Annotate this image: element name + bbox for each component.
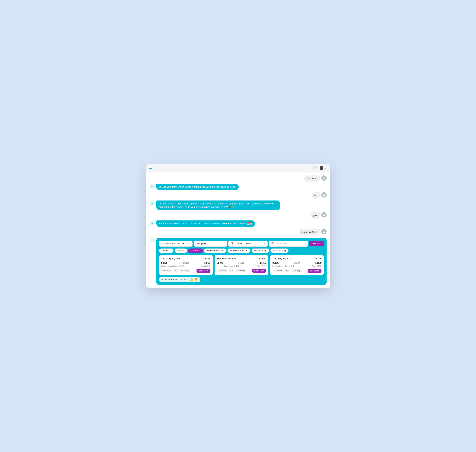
helpful-label: Is this information helpful ? — [162, 278, 189, 281]
result-2-date: Thu, May 30, 2024 — [217, 257, 236, 260]
bot-widget-row: ∞ 📅 30/05/2024 09:00 ✕ 📅 Arrival Date — [150, 237, 327, 285]
result-card-3: Thu, May 30, 2024 £11.25 09:06 2h24m 11:… — [270, 255, 324, 275]
result-1-transfers: 0 transfer — [161, 269, 172, 272]
from-input[interactable] — [159, 241, 192, 247]
arrival-input-container: 📅 Arrival Date — [269, 241, 308, 247]
result-3-price: £11.25 — [315, 257, 322, 260]
result-1-passengers: x 1 — [173, 269, 179, 272]
titlebar: ∞ 🕐 ⬛→ — [146, 164, 330, 173]
result-2-transfers: 1 transfer — [217, 269, 228, 272]
result-2-duration: 2h12m — [224, 262, 259, 264]
result-1-footer: 0 transfer x 1 One-way Book Now — [161, 269, 211, 273]
result-2-triptype: One-way — [235, 269, 246, 272]
result-1-arrive: 10:51 — [204, 261, 211, 264]
result-2-price: £22.50 — [259, 257, 266, 260]
bot-bubble-2: No worries at all! The most common stati… — [156, 200, 280, 210]
result-3-book-btn[interactable]: Book Now — [308, 269, 322, 273]
result-2-footer: 1 transfer x 1 One-way Book Now — [217, 269, 266, 273]
result-1-depart: 09:00 — [161, 261, 167, 264]
svg-point-7 — [323, 232, 325, 233]
user-bubble-3: yes — [311, 212, 320, 219]
user-bubble-2: no — [312, 192, 320, 199]
result-3-date: Thu, May 30, 2024 — [272, 257, 291, 260]
result-1-stations: London Kings Cross (KGX) York (YRK) — [161, 265, 211, 267]
filter-min-transfer[interactable]: Minimum Transfer — [204, 248, 226, 253]
thumbup-button[interactable]: 👍 — [190, 278, 193, 281]
filter-more-walking[interactable]: More Walking — [271, 248, 289, 253]
result-card-2-header: Thu, May 30, 2024 £22.50 — [217, 257, 266, 260]
chat-area: tomorrow ∞ Ok, do you know which London … — [146, 173, 330, 288]
result-2-depart: 09:03 — [217, 261, 223, 264]
message-bot-1: ∞ Ok, do you know which London station y… — [150, 184, 327, 190]
bot-avatar-3: ∞ — [150, 220, 155, 226]
date-value: 30/05/2024 09:00 — [234, 242, 252, 245]
thumbdown-button[interactable]: 👎 — [195, 278, 198, 281]
bot-bubble-1: Ok, do you know which London station you… — [156, 184, 239, 190]
svg-point-5 — [323, 215, 325, 216]
result-2-arrive: 11:15 — [260, 261, 266, 264]
result-2-stations: London Kings Cross (KGX) York (YRK) — [217, 265, 266, 267]
result-card-1: Thu, May 30, 2024 £11.25 09:00 1h51m 10:… — [159, 255, 213, 275]
search-button[interactable]: Search — [309, 241, 324, 246]
bot-bubble-3: Fantastic! Could you please tell me the … — [156, 220, 255, 227]
svg-point-3 — [323, 195, 325, 196]
result-1-duration: 1h51m — [169, 262, 203, 264]
result-3-passengers: x 1 — [284, 269, 290, 272]
svg-point-1 — [323, 179, 325, 179]
bot-avatar-1: ∞ — [150, 184, 155, 189]
result-3-depart: 09:06 — [272, 261, 278, 264]
result-1-price: £11.25 — [204, 257, 211, 260]
user-bubble-4: tomorrow 9am — [299, 229, 320, 235]
to-input[interactable] — [194, 241, 227, 247]
result-2-book-btn[interactable]: Book Now — [252, 269, 266, 273]
history-icon[interactable]: 🕐 — [313, 166, 317, 170]
filter-earliest[interactable]: ✓ Earliest — [188, 248, 203, 253]
result-1-to: York (YRK) — [201, 265, 211, 267]
bot-avatar-2: ∞ — [150, 200, 155, 206]
message-user-4: tomorrow 9am — [150, 229, 327, 235]
svg-point-2 — [323, 194, 324, 195]
message-bot-2: ∞ No worries at all! The most common sta… — [150, 200, 327, 210]
filter-cheapest[interactable]: Cheapest — [159, 248, 173, 253]
filter-max-transfer[interactable]: Maximum Transfer — [227, 248, 250, 253]
svg-point-4 — [323, 214, 324, 215]
search-inputs-row: 📅 30/05/2024 09:00 ✕ 📅 Arrival Date Sear… — [159, 241, 324, 247]
filter-fastest[interactable]: Fastest — [175, 248, 187, 253]
result-card-1-header: Thu, May 30, 2024 £11.25 — [161, 257, 211, 260]
result-3-arrive: 11:30 — [315, 261, 322, 264]
message-user-1: tomorrow — [150, 175, 327, 182]
result-3-transfers: 0 transfer — [272, 269, 283, 272]
result-3-duration: 2h24m — [280, 262, 314, 264]
user-avatar-2 — [321, 192, 327, 198]
result-2-passengers: x 1 — [229, 269, 234, 272]
svg-point-6 — [323, 231, 324, 232]
result-card-2: Thu, May 30, 2024 £22.50 09:03 2h12m 11:… — [215, 255, 268, 275]
bot-avatar-4: ∞ — [150, 237, 155, 242]
clear-date-btn[interactable]: ✕ — [264, 242, 265, 245]
result-2-to: York (YRK) — [257, 265, 266, 267]
result-3-times: 09:06 2h24m 11:30 — [272, 261, 322, 264]
filter-less-walking[interactable]: Less Walking — [251, 248, 269, 253]
result-1-from: London Kings Cross (KGX) — [161, 265, 184, 267]
user-bubble-1: tomorrow — [304, 175, 320, 182]
filter-row: Cheapest Fastest ✓ Earliest Minimum Tran… — [159, 248, 324, 253]
results-row: Thu, May 30, 2024 £11.25 09:00 1h51m 10:… — [159, 255, 324, 275]
message-bot-3: ∞ Fantastic! Could you please tell me th… — [150, 220, 327, 227]
result-2-times: 09:03 2h12m 11:15 — [217, 261, 266, 264]
svg-point-0 — [323, 177, 324, 178]
result-1-triptype: One-way — [180, 269, 191, 272]
user-avatar-4 — [321, 229, 327, 234]
message-user-3: yes — [150, 212, 327, 219]
arrival-placeholder: Arrival Date — [275, 242, 287, 245]
result-3-from: London Kings Cross (KGX) — [272, 265, 295, 267]
titlebar-actions: 🕐 ⬛→ — [313, 166, 327, 170]
result-2-from: London Kings Cross (KGX) — [217, 265, 240, 267]
result-1-times: 09:00 1h51m 10:51 — [161, 261, 211, 264]
result-3-to: York (YRK) — [312, 265, 322, 267]
arrival-calendar-icon: 📅 — [271, 242, 274, 245]
message-user-2: no — [150, 192, 327, 199]
result-1-book-btn[interactable]: Book Now — [197, 269, 211, 273]
app-window: ∞ 🕐 ⬛→ tomorrow ∞ Ok, do you know which … — [146, 164, 330, 288]
app-logo: ∞ — [149, 166, 152, 170]
logout-icon[interactable]: ⬛→ — [319, 166, 327, 170]
